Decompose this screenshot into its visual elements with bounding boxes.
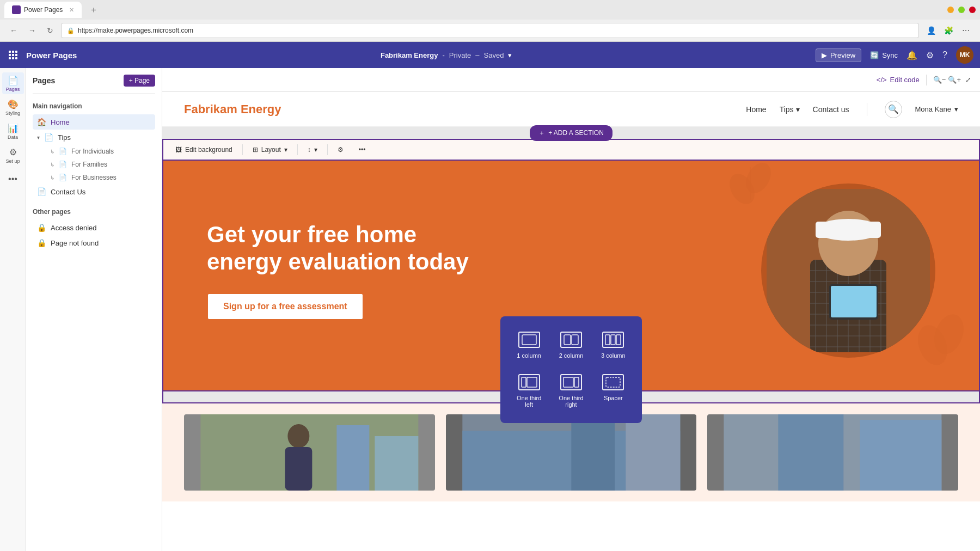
section-picker-wrapper: 1 column 2 column xyxy=(500,398,642,510)
main-area: 📄 Pages 🎨 Styling 📊 Data ⚙ Set up ••• xyxy=(0,68,980,551)
edit-background-button[interactable]: 🖼 Edit background xyxy=(170,143,238,156)
tab-close-button[interactable]: ✕ xyxy=(69,7,74,14)
nav-item-tips[interactable]: Tips ▾ xyxy=(780,105,800,114)
sidebar-icon-setup[interactable]: ⚙ Set up xyxy=(2,144,24,166)
secure-icon: 🔒 xyxy=(67,27,75,34)
sync-button[interactable]: 🔄 Sync xyxy=(870,51,898,59)
sidebar-item-tips[interactable]: ▾ 📄 Tips xyxy=(33,130,155,145)
background-icon: 🖼 xyxy=(175,146,182,154)
sidebar-item-contact-us[interactable]: 📄 Contact Us xyxy=(33,184,155,199)
browser-toolbar-icons: 👤 🧩 ⋯ xyxy=(923,23,973,38)
back-button[interactable]: ← xyxy=(7,24,21,37)
section-option-spacer[interactable]: Spacer xyxy=(596,370,631,412)
2col-icon xyxy=(560,332,582,348)
notifications-icon[interactable]: 🔔 xyxy=(906,50,917,60)
add-section-top-button[interactable]: ＋ + ADD A SECTION xyxy=(530,125,612,141)
for-individuals-label: For Individuals xyxy=(71,148,114,155)
forward-button[interactable]: → xyxy=(25,24,39,37)
close-button[interactable] xyxy=(969,7,976,13)
expand-button[interactable]: ⤢ xyxy=(965,76,971,84)
svg-rect-16 xyxy=(522,335,536,345)
site-search-button[interactable]: 🔍 xyxy=(885,101,902,118)
hero-cta-button[interactable]: Sign up for a free assessment xyxy=(207,293,364,320)
section-card-3 xyxy=(707,414,958,491)
sidebar-item-for-individuals[interactable]: ↳ 📄 For Individuals xyxy=(46,145,155,158)
styling-icon: 🎨 xyxy=(8,99,19,109)
section-option-third-right[interactable]: One thirdright xyxy=(553,370,589,412)
svg-rect-17 xyxy=(564,335,571,345)
browser-menu-icon[interactable]: ⋯ xyxy=(958,23,973,38)
new-tab-button[interactable]: ＋ xyxy=(86,2,101,17)
sidebar-item-for-businesses[interactable]: ↳ 📄 For Businesses xyxy=(46,171,155,184)
website-preview: Fabrikam Energy Home Tips ▾ Contact us 🔍… xyxy=(162,92,980,551)
access-denied-label: Access denied xyxy=(51,224,97,232)
data-icon-label: Data xyxy=(8,134,18,140)
sidebar-icon-styling[interactable]: 🎨 Styling xyxy=(2,96,24,118)
more-options-button[interactable]: ••• xyxy=(353,143,371,156)
pages-icon-label: Pages xyxy=(6,87,20,92)
profile-icon[interactable]: 👤 xyxy=(923,23,939,38)
nav-item-home[interactable]: Home xyxy=(746,105,766,114)
sidebar-item-page-not-found[interactable]: 🔒 Page not found xyxy=(33,235,155,250)
sidebar-item-access-denied[interactable]: 🔒 Access denied xyxy=(33,220,155,235)
layout-icon: ⊞ xyxy=(253,146,258,154)
zoom-out-button[interactable]: 🔍− xyxy=(933,76,946,84)
sidebar-icon-data[interactable]: 📊 Data xyxy=(2,120,24,142)
zoom-in-button[interactable]: 🔍+ xyxy=(948,76,961,84)
section-option-3col[interactable]: 3 column xyxy=(596,327,631,363)
third-right-label: One thirdright xyxy=(559,395,583,408)
minimize-button[interactable] xyxy=(947,7,954,13)
help-icon[interactable]: ? xyxy=(942,50,947,60)
edit-code-button[interactable]: </> Edit code xyxy=(877,76,920,84)
child-arrow-individuals: ↳ xyxy=(50,149,54,155)
card-3-image xyxy=(707,414,958,491)
section-option-third-left[interactable]: One thirdleft xyxy=(511,370,547,412)
nav-section-title: Main navigation xyxy=(33,102,155,110)
extensions-icon[interactable]: 🧩 xyxy=(941,23,956,38)
hero-content: Get your free home energy evaluation tod… xyxy=(207,221,761,321)
third-left-label: One thirdleft xyxy=(517,395,541,408)
svg-rect-23 xyxy=(527,377,537,387)
settings-button[interactable]: ⚙ xyxy=(332,143,349,156)
section-option-2col[interactable]: 2 column xyxy=(553,327,589,363)
svg-rect-19 xyxy=(605,335,610,345)
individuals-page-icon: 📄 xyxy=(59,148,67,155)
app-bar-right: ▶ Preview 🔄 Sync 🔔 ⚙ ? MK xyxy=(816,46,973,64)
preview-label: Preview xyxy=(830,51,855,59)
browser-titlebar: Power Pages ✕ ＋ xyxy=(0,0,980,20)
layout-button[interactable]: ⊞ Layout ▾ xyxy=(247,143,293,156)
svg-point-28 xyxy=(287,424,309,448)
edit-code-icon: </> xyxy=(877,76,887,84)
app-logo: Power Pages xyxy=(26,51,77,60)
spacing-icon: ↕ xyxy=(308,146,311,154)
settings-icon[interactable]: ⚙ xyxy=(926,50,934,60)
section-picker-container: 1 column 2 column xyxy=(162,403,980,501)
maximize-button[interactable] xyxy=(958,7,965,13)
site-user-menu[interactable]: Mona Kane ▾ xyxy=(915,105,959,113)
spacing-button[interactable]: ↕ ▾ xyxy=(302,143,323,156)
power-pages-tab-icon xyxy=(12,5,21,14)
browser-tab[interactable]: Power Pages ✕ xyxy=(4,2,82,18)
tips-collapse-icon[interactable]: ▾ xyxy=(37,134,40,140)
refresh-button[interactable]: ↻ xyxy=(44,24,57,37)
waffle-menu[interactable] xyxy=(7,48,20,62)
preview-button[interactable]: ▶ Preview xyxy=(816,48,861,62)
add-page-button[interactable]: + Page xyxy=(124,75,155,87)
nav-item-contact-us[interactable]: Contact us xyxy=(813,105,849,114)
svg-rect-25 xyxy=(574,377,579,387)
site-status-dropdown[interactable]: ▾ xyxy=(508,51,512,59)
address-bar[interactable]: 🔒 https://make.powerpages.microsoft.com xyxy=(61,23,919,38)
svg-rect-26 xyxy=(606,377,620,387)
sidebar-icon-pages[interactable]: 📄 Pages xyxy=(2,72,24,94)
sidebar-item-for-families[interactable]: ↳ 📄 For Families xyxy=(46,158,155,171)
spacer-label: Spacer xyxy=(604,395,623,401)
for-businesses-label: For Businesses xyxy=(71,174,117,181)
edit-code-label: Edit code xyxy=(890,76,920,84)
browser-chrome: Power Pages ✕ ＋ ← → ↻ 🔒 https://make.pow… xyxy=(0,0,980,42)
svg-rect-21 xyxy=(616,335,621,345)
edit-background-label: Edit background xyxy=(185,146,232,154)
sidebar-icon-more[interactable]: ••• xyxy=(2,168,24,190)
user-avatar[interactable]: MK xyxy=(956,46,973,64)
sidebar-item-home[interactable]: 🏠 Home xyxy=(33,114,155,130)
section-option-1col[interactable]: 1 column xyxy=(511,327,547,363)
